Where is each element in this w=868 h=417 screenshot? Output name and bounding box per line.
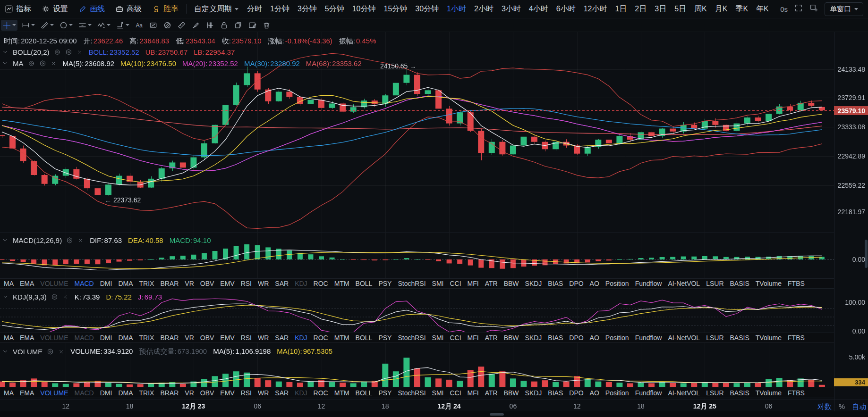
indicator-close-button[interactable] <box>62 294 68 300</box>
tab-ftbs-panel3[interactable]: FTBS <box>788 389 805 397</box>
tab-mtm-panel1[interactable]: MTM <box>334 280 349 287</box>
timeframe-分时[interactable]: 分时 <box>247 4 262 14</box>
tab-cci-panel2[interactable]: CCI <box>450 334 461 342</box>
time-axis[interactable]: 121812月 2306121812月 2406121812月 2506 对数%… <box>0 400 868 412</box>
tab-wr-panel2[interactable]: WR <box>258 334 269 342</box>
tab-ema-panel3[interactable]: EMA <box>20 389 34 397</box>
tab-mtm-panel3[interactable]: MTM <box>334 389 349 397</box>
horizontal-scrollbar[interactable] <box>0 411 868 417</box>
horizontal-line-tool[interactable] <box>20 20 36 31</box>
timeframe-30分钟[interactable]: 30分钟 <box>415 4 439 14</box>
tab-emv-panel1[interactable]: EMV <box>220 280 234 287</box>
tab-volume-panel3[interactable]: VOLUME <box>40 389 68 397</box>
tab-atr-panel1[interactable]: ATR <box>485 280 498 287</box>
tab-dmi-panel3[interactable]: DMI <box>100 389 112 397</box>
window-mode-dropdown[interactable]: 单窗口 <box>825 2 863 16</box>
tab-mfi-panel2[interactable]: MFI <box>468 334 479 342</box>
tab-vr-panel3[interactable]: VR <box>185 389 194 397</box>
lock-tool[interactable] <box>218 20 230 31</box>
tab-bias-panel3[interactable]: BIAS <box>548 389 563 397</box>
tab-ai-netvol-panel3[interactable]: AI-NetVOL <box>668 389 700 397</box>
indicator-settings-button[interactable] <box>47 348 54 355</box>
tab-fundflow-panel2[interactable]: Fundflow <box>635 334 662 342</box>
tab-sar-panel2[interactable]: SAR <box>275 334 289 342</box>
timeframe-2小时[interactable]: 2小时 <box>474 4 494 14</box>
tab-ftbs-panel2[interactable]: FTBS <box>788 334 805 342</box>
fullscreen-button[interactable] <box>794 4 803 14</box>
tab-bbw-panel3[interactable]: BBW <box>504 389 519 397</box>
tab-emv-panel3[interactable]: EMV <box>220 389 234 397</box>
tab-ao-panel1[interactable]: AO <box>590 280 599 287</box>
tab-mfi-panel1[interactable]: MFI <box>468 280 479 287</box>
tab-cci-panel1[interactable]: CCI <box>450 280 461 287</box>
timeframe-2日[interactable]: 2日 <box>635 4 647 14</box>
indicator-close-button[interactable] <box>58 349 64 355</box>
visibility-toggle[interactable] <box>28 60 35 67</box>
tab-ma-panel1[interactable]: MA <box>4 280 14 287</box>
ruler-tool[interactable] <box>176 20 187 31</box>
indicator-settings-button[interactable] <box>51 293 58 300</box>
timeframe-10分钟[interactable]: 10分钟 <box>352 4 376 14</box>
indicator-close-button[interactable] <box>77 237 84 243</box>
menu-settings[interactable]: 设置 <box>42 4 68 14</box>
tab-wr-panel1[interactable]: WR <box>258 280 269 287</box>
tab-dmi-panel2[interactable]: DMI <box>100 334 112 342</box>
tab-bbw-panel1[interactable]: BBW <box>504 280 519 287</box>
duplicate-tool[interactable] <box>232 20 244 31</box>
timeframe-1日[interactable]: 1日 <box>615 4 627 14</box>
tab-atr-panel3[interactable]: ATR <box>485 389 498 397</box>
tab-volume-panel2[interactable]: VOLUME <box>40 334 68 342</box>
brush-tool[interactable] <box>190 20 202 31</box>
collapse-toggle[interactable] <box>2 49 9 55</box>
timeframe-4小时[interactable]: 4小时 <box>529 4 548 14</box>
tab-ema-panel1[interactable]: EMA <box>20 280 34 287</box>
tab-position-panel2[interactable]: Position <box>605 334 629 342</box>
tab-brar-panel2[interactable]: BRAR <box>160 334 179 342</box>
tab-tvolume-panel3[interactable]: TVolume <box>756 389 782 397</box>
tab-psy-panel3[interactable]: PSY <box>378 389 391 397</box>
tab-atr-panel2[interactable]: ATR <box>485 334 498 342</box>
tab-smi-panel1[interactable]: SMI <box>432 280 444 287</box>
tab-kdj-panel3[interactable]: KDJ <box>295 389 307 397</box>
tab-lsur-panel3[interactable]: LSUR <box>706 389 723 397</box>
tab-tvolume-panel2[interactable]: TVolume <box>756 334 782 342</box>
tab-sar-panel1[interactable]: SAR <box>275 280 289 287</box>
tab-tvolume-panel1[interactable]: TVolume <box>756 280 782 287</box>
tab-fundflow-panel1[interactable]: Fundflow <box>635 280 662 287</box>
timeframe-5分钟[interactable]: 5分钟 <box>325 4 344 14</box>
tab-wr-panel3[interactable]: WR <box>258 389 269 397</box>
new-pane-button[interactable] <box>809 4 818 14</box>
indicator-settings-button[interactable] <box>39 60 46 67</box>
timeframe-1小时[interactable]: 1小时 <box>447 4 466 14</box>
tab-vr-panel1[interactable]: VR <box>185 280 194 287</box>
timeframe-3日[interactable]: 3日 <box>655 4 666 14</box>
ellipse-tool[interactable] <box>58 20 74 31</box>
tab-boll-panel3[interactable]: BOLL <box>356 389 373 397</box>
tab-stochrsi-panel1[interactable]: StochRSI <box>398 280 425 287</box>
tab-position-panel1[interactable]: Position <box>605 280 629 287</box>
tab-roc-panel2[interactable]: ROC <box>314 334 328 342</box>
collapse-toggle[interactable] <box>2 348 9 355</box>
wave-count-tool[interactable] <box>95 20 112 31</box>
timeframe-6小时[interactable]: 6小时 <box>556 4 576 14</box>
tab-kdj-panel2[interactable]: KDJ <box>295 334 307 342</box>
tab-kdj-panel1[interactable]: KDJ <box>295 280 307 287</box>
tab-macd-panel3[interactable]: MACD <box>74 389 94 397</box>
tab-bbw-panel2[interactable]: BBW <box>504 334 519 342</box>
scrollbar-thumb[interactable] <box>490 413 504 416</box>
crosshair-tool[interactable] <box>1 20 17 31</box>
indicator-close-button[interactable] <box>77 49 83 55</box>
tab-basis-panel1[interactable]: BASIS <box>730 280 749 287</box>
tab-obv-panel1[interactable]: OBV <box>200 280 214 287</box>
tab-ema-panel2[interactable]: EMA <box>20 334 34 342</box>
tab-smi-panel3[interactable]: SMI <box>432 389 444 397</box>
menu-draw[interactable]: 画线 <box>78 4 105 14</box>
timeframe-15分钟[interactable]: 15分钟 <box>384 4 408 14</box>
menu-winrate[interactable]: 胜率 <box>152 4 179 14</box>
price-note-tool[interactable] <box>147 20 159 31</box>
tab-brar-panel3[interactable]: BRAR <box>160 389 179 397</box>
trend-line-tool[interactable] <box>39 20 55 31</box>
price-chart-canvas[interactable] <box>0 32 868 417</box>
tab-skdj-panel2[interactable]: SKDJ <box>525 334 542 342</box>
tab-roc-panel1[interactable]: ROC <box>314 280 328 287</box>
